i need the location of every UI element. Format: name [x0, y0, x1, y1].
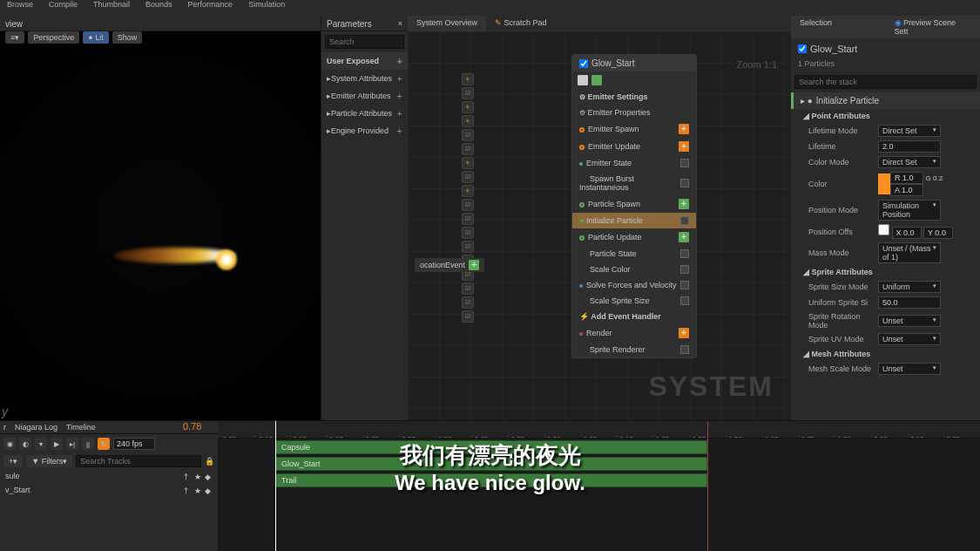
module-checkbox[interactable] [680, 265, 689, 274]
stack-slot[interactable]: ☑ [462, 241, 474, 253]
step-button[interactable]: ▸| [66, 438, 78, 450]
param-group-engine-provided[interactable]: ▸Engine Provided+ [321, 122, 408, 139]
track-row-v_start[interactable]: v_Start†★◆ [0, 483, 218, 497]
emitter-module-emitter-update[interactable]: Emitter Update+ [572, 138, 696, 155]
emitter-node-glow-start[interactable]: Glow_Start ⚙ Emitter Settings⚙ Emitter P… [571, 54, 697, 358]
emitter-module-scale-color[interactable]: Scale Color [572, 262, 696, 277]
module-checkbox[interactable] [680, 179, 689, 187]
emitter-module-spawn-burst-instantaneous[interactable]: Spawn Burst Instantaneous [572, 171, 696, 195]
stack-slot[interactable]: ☑ [462, 296, 474, 309]
dropdown[interactable]: Direct Set [878, 156, 941, 168]
lock-icon[interactable]: 🔒 [205, 457, 214, 466]
emitter-enabled-checkbox[interactable] [579, 59, 588, 68]
property-group-mesh-attributes[interactable]: ◢ Mesh Attributes [791, 347, 980, 361]
stack-slot[interactable]: + [462, 185, 474, 197]
stack-slot[interactable]: ☑ [462, 310, 474, 323]
add-icon[interactable]: + [679, 124, 689, 134]
emitter-module-particle-update[interactable]: Particle Update+ [572, 228, 696, 246]
color-swatch[interactable] [878, 173, 890, 194]
param-group-particle-attributes[interactable]: ▸Particle Attributes+ [321, 105, 408, 122]
key-icon[interactable]: † [184, 486, 192, 494]
node-graph-canvas[interactable]: NS_Missile Zoom 1:1 +☑++☑☑+☑+☑☑☑☑☑☑☑☑☑ o… [408, 31, 791, 420]
star-icon[interactable]: ★ [194, 486, 202, 494]
number-input[interactable] [878, 140, 941, 153]
stack-slot[interactable]: + [462, 157, 474, 169]
emitter-module-add-event-handler[interactable]: ⚡ Add Event Handler [572, 309, 696, 324]
tab-preview-scene[interactable]: Preview Scene Sett [886, 16, 981, 38]
toolbar-thumbnail[interactable]: Thumbnail [93, 0, 130, 9]
module-checkbox[interactable] [680, 159, 689, 167]
module-checkbox[interactable] [680, 281, 689, 289]
stack-slot[interactable]: + [462, 101, 474, 113]
eye-button[interactable]: ◐ [19, 438, 31, 450]
stack-slot[interactable]: + [462, 73, 474, 85]
module-checkbox[interactable] [680, 345, 689, 354]
emitter-module-particle-state[interactable]: Particle State [572, 246, 696, 262]
tab-system-overview[interactable]: System Overview [408, 16, 486, 31]
play-button[interactable]: ▶ [51, 438, 63, 450]
filters-button[interactable]: ▼ Filters▾ [26, 455, 72, 467]
selection-search-input[interactable] [794, 75, 977, 89]
perspective-button[interactable]: Perspective [28, 31, 79, 44]
playhead[interactable] [275, 421, 276, 551]
dropdown[interactable]: Direct Set [878, 125, 941, 137]
toolbar-bounds[interactable]: Bounds [145, 0, 172, 9]
add-icon[interactable]: + [679, 232, 689, 242]
timeline-bar-capsule[interactable]: Capsule [275, 440, 707, 454]
dropdown[interactable]: Unset [878, 333, 941, 345]
viewport-menu-button[interactable]: ≡▾ [5, 31, 24, 44]
viewport-3d-canvas[interactable] [0, 31, 321, 420]
star-icon[interactable]: ★ [194, 473, 202, 480]
pause-button[interactable]: || [82, 438, 94, 450]
emitter-module-emitter-properties[interactable]: ⚙ Emitter Properties [572, 105, 696, 120]
enable-checkbox[interactable] [878, 224, 889, 235]
add-icon[interactable]: + [397, 91, 402, 101]
toolbar-performance[interactable]: Performance [188, 0, 233, 9]
stack-slot[interactable]: + [462, 115, 474, 127]
emitter-module-render[interactable]: Render+ [572, 324, 696, 342]
person-icon[interactable] [578, 75, 588, 85]
track-row-sule[interactable]: sule†★◆ [0, 469, 218, 483]
toolbar-simulation[interactable]: Simulation [248, 0, 285, 9]
add-icon[interactable]: + [397, 56, 402, 66]
emitter-module-initialize-particle[interactable]: ● Initialize Particle [572, 213, 696, 228]
emitter-module-emitter-state[interactable]: Emitter State [572, 155, 696, 171]
param-group-user-exposed[interactable]: User Exposed+ [321, 52, 408, 70]
stack-slot[interactable]: ☑ [462, 282, 474, 295]
add-icon[interactable]: + [397, 108, 402, 119]
number-input[interactable] [878, 296, 941, 309]
emitter-module-solve-forces-and-velocity[interactable]: Solve Forces and Velocity [572, 277, 696, 293]
add-icon[interactable]: + [397, 73, 402, 84]
dropdown[interactable]: Simulation Position [878, 200, 941, 221]
module-checkbox[interactable] [680, 296, 689, 305]
diamond-icon[interactable]: ◆ [205, 473, 213, 480]
loop-button[interactable]: ↻ [98, 438, 110, 450]
timeline-bar-trail[interactable]: Trail [275, 473, 707, 487]
key-icon[interactable]: † [184, 473, 192, 480]
module-checkbox[interactable] [680, 216, 689, 225]
param-group-system-attributes[interactable]: ▸System Attributes+ [321, 70, 408, 87]
property-group-sprite-attributes[interactable]: ◢ Sprite Attributes [791, 265, 980, 279]
emitter-module-emitter-spawn[interactable]: Emitter Spawn+ [572, 120, 696, 138]
dropdown[interactable]: Unset / (Mass of 1) [878, 242, 941, 263]
end-marker[interactable] [707, 421, 708, 551]
dropdown[interactable]: Unset [878, 363, 941, 375]
stack-slot[interactable]: ☑ [462, 199, 474, 211]
stack-slot[interactable]: ☑ [462, 227, 474, 239]
module-section-header[interactable]: ▸ ● Initialize Particle [791, 92, 980, 109]
property-group-point-attributes[interactable]: ◢ Point Attributes [791, 109, 980, 123]
add-track-button[interactable]: +▾ [3, 455, 23, 467]
selection-enabled-checkbox[interactable] [798, 44, 807, 53]
fps-input[interactable] [113, 438, 155, 450]
add-icon[interactable]: + [469, 260, 479, 270]
close-icon[interactable]: × [398, 19, 402, 28]
dropdown[interactable]: Unset [878, 315, 941, 327]
diamond-icon[interactable]: ◆ [205, 486, 213, 494]
timeline-tab-niagara-log[interactable]: Niagara Log [15, 423, 57, 432]
show-button[interactable]: Show [112, 31, 143, 44]
emitter-module-emitter-settings[interactable]: ⚙ Emitter Settings [572, 89, 696, 105]
tab-scratch-pad[interactable]: Scratch Pad [486, 16, 556, 31]
param-group-emitter-attributes[interactable]: ▸Emitter Attributes+ [321, 87, 408, 105]
location-event-node[interactable]: ocationEvent+ [415, 258, 484, 272]
timeline-bar-glow_start[interactable]: Glow_Start [275, 457, 707, 471]
